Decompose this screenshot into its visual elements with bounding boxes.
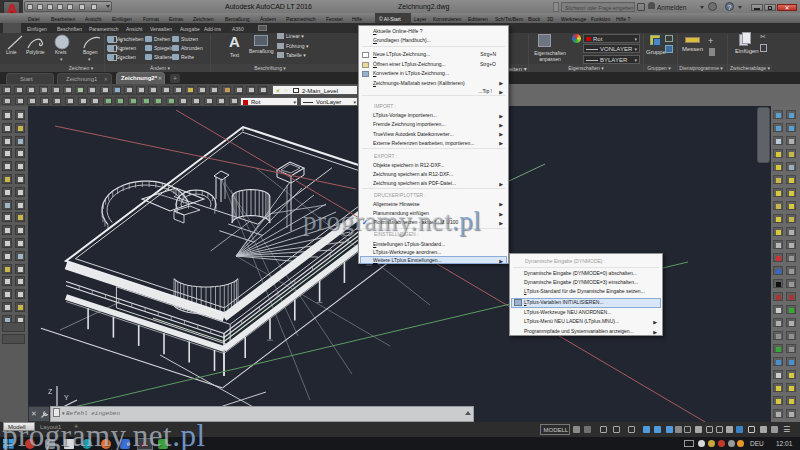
svg-text:Y: Y [64,394,69,401]
svg-text:Z: Z [48,388,53,395]
